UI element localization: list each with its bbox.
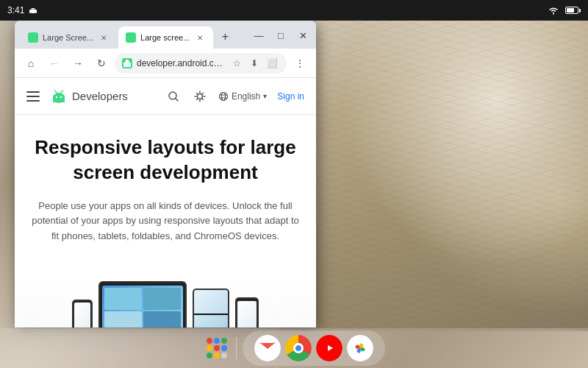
- battery-icon: [565, 7, 581, 14]
- status-left: 3:41: [7, 5, 37, 15]
- hero-section: Responsive layouts for large screen deve…: [15, 115, 316, 274]
- phone-mockup-right: [235, 297, 259, 328]
- language-dropdown-icon: ▾: [263, 92, 267, 100]
- svg-point-28: [219, 92, 227, 100]
- taskbar-divider: [236, 337, 237, 359]
- browser-menu-button[interactable]: ⋮: [290, 53, 310, 74]
- foldable-mockup: [193, 289, 229, 328]
- language-selector[interactable]: English ▾: [218, 91, 267, 102]
- svg-line-13: [55, 91, 57, 93]
- sign-in-button[interactable]: Sign in: [277, 91, 304, 102]
- window-controls: — □ ✕: [248, 25, 313, 49]
- address-bar[interactable]: developer.android.com/ ☆ ⬇ ⬜: [115, 53, 287, 74]
- browser-tab-1[interactable]: Large Scree... ✕: [21, 26, 117, 49]
- nav-home-button[interactable]: ⌂: [21, 53, 41, 74]
- hero-description: People use your apps on all kinds of dev…: [29, 199, 301, 244]
- navigation-bar: ⌂ ← → ↻ developer.android.com/ ☆ ⬇ ⬜ ⋮: [15, 49, 316, 78]
- globe-icon: [218, 91, 229, 102]
- android-logo-icon: [50, 88, 68, 105]
- minimize-button[interactable]: —: [248, 25, 269, 46]
- svg-point-29: [221, 92, 225, 100]
- svg-rect-15: [53, 95, 55, 99]
- svg-rect-1: [35, 10, 37, 13]
- svg-point-19: [197, 93, 202, 99]
- svg-line-27: [196, 99, 198, 100]
- site-header-right: English ▾ Sign in: [165, 88, 304, 105]
- photos-taskbar-icon[interactable]: [347, 335, 373, 361]
- hamburger-menu-button[interactable]: [26, 89, 41, 104]
- tab2-close-button[interactable]: ✕: [194, 32, 206, 43]
- tablet-mockup: [98, 281, 187, 328]
- extension-icon[interactable]: ⬜: [265, 56, 279, 71]
- bookmark-icon[interactable]: ☆: [229, 56, 244, 71]
- svg-point-4: [34, 9, 35, 10]
- tab1-favicon: [28, 32, 38, 43]
- hero-title: Responsive layouts for large screen deve…: [29, 135, 301, 185]
- status-bar: 3:41: [0, 0, 588, 21]
- download-icon[interactable]: ⬇: [247, 56, 262, 71]
- browser-tab-2[interactable]: Large scree... ✕: [118, 26, 213, 49]
- svg-marker-33: [328, 345, 333, 351]
- chrome-taskbar-icon[interactable]: [285, 335, 312, 361]
- brightness-icon[interactable]: [192, 88, 208, 105]
- phone-mockup-left: [72, 300, 93, 328]
- wifi-icon: [548, 6, 559, 15]
- status-time: 3:41: [7, 5, 24, 15]
- taskbar-apps: [243, 330, 385, 366]
- nav-forward-button[interactable]: →: [68, 53, 88, 74]
- youtube-taskbar-icon[interactable]: [316, 335, 343, 361]
- web-content: Developers: [15, 78, 316, 328]
- svg-point-12: [60, 96, 62, 97]
- svg-line-14: [61, 91, 63, 93]
- address-icons: ☆ ⬇ ⬜: [229, 56, 279, 71]
- taskbar: [0, 328, 588, 368]
- svg-line-25: [202, 99, 204, 100]
- nav-back-button[interactable]: ←: [44, 53, 65, 74]
- tab2-favicon: [126, 32, 136, 43]
- status-right: [548, 6, 581, 15]
- svg-point-11: [56, 96, 57, 97]
- tab1-close-button[interactable]: ✕: [98, 32, 110, 43]
- search-icon[interactable]: [165, 88, 182, 105]
- tab-bar: Large Scree... ✕ Large scree... ✕ + — □ …: [15, 21, 316, 49]
- svg-line-26: [202, 93, 204, 94]
- svg-point-3: [32, 9, 32, 10]
- address-favicon: [122, 58, 132, 68]
- close-window-button[interactable]: ✕: [293, 25, 313, 46]
- tabs-container: Large Scree... ✕ Large scree... ✕ +: [18, 26, 247, 49]
- svg-rect-0: [29, 10, 31, 13]
- svg-line-24: [196, 93, 198, 94]
- gmail-taskbar-icon[interactable]: [254, 335, 281, 361]
- svg-rect-8: [126, 60, 129, 62]
- site-logo: Developers: [50, 88, 128, 105]
- maximize-button[interactable]: □: [270, 25, 291, 46]
- svg-line-18: [176, 99, 178, 101]
- address-text: developer.android.com/: [137, 58, 225, 68]
- svg-rect-16: [62, 95, 65, 99]
- app-launcher-button[interactable]: [204, 335, 230, 361]
- site-header: Developers: [15, 78, 316, 115]
- chrome-window: Large Scree... ✕ Large scree... ✕ + — □ …: [15, 21, 316, 328]
- svg-rect-2: [31, 8, 35, 13]
- android-status-icon: [29, 6, 37, 15]
- tab2-title: Large scree...: [140, 33, 190, 42]
- new-tab-button[interactable]: +: [215, 26, 235, 47]
- tab1-title: Large Scree...: [43, 33, 93, 42]
- devices-area: [15, 274, 316, 328]
- language-label: English: [232, 91, 260, 102]
- site-title: Developers: [72, 90, 128, 102]
- nav-refresh-button[interactable]: ↻: [91, 53, 112, 74]
